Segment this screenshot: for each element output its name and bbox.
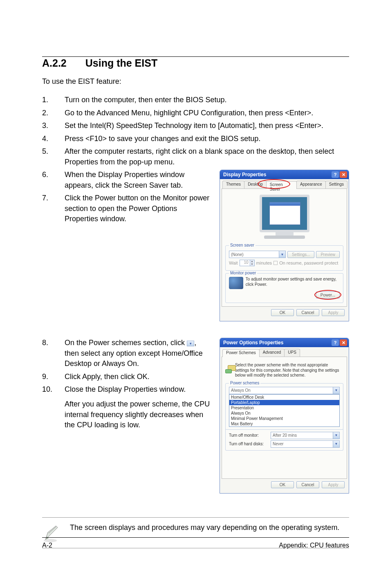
footer-label: Appendix: CPU features — [279, 542, 349, 549]
scheme-option[interactable]: Always On — [229, 411, 339, 416]
step-7: 7. Click the Power button on the Monitor… — [42, 193, 212, 224]
step-number: 8. — [42, 338, 65, 369]
step-number: 2. — [42, 108, 65, 119]
step-1: 1. Turn on the computer, then enter the … — [42, 95, 349, 105]
step-number: 4. — [42, 134, 65, 144]
turn-off-monitor-label: Turn off monitor: — [229, 433, 268, 438]
chevron-down-icon: ▼ — [333, 432, 339, 439]
energy-star-icon — [229, 277, 243, 289]
step-4: 4. Press <F10> to save your changes and … — [42, 134, 349, 144]
resume-checkbox[interactable] — [273, 261, 278, 265]
settings-button[interactable]: Settings... — [287, 251, 314, 258]
cancel-button[interactable]: Cancel — [296, 481, 319, 488]
apply-button[interactable]: Apply — [322, 481, 345, 488]
intro-text: To use the EIST feature: — [42, 77, 349, 86]
scheme-option[interactable]: Max Battery — [229, 421, 339, 426]
scheme-option-selected[interactable]: Portable/Laptop — [229, 400, 339, 405]
tab-advanced[interactable]: Advanced — [259, 349, 285, 357]
tab-power-schemes[interactable]: Power Schemes — [222, 349, 260, 357]
ok-button[interactable]: OK — [271, 309, 294, 316]
step-number: 9. — [42, 372, 65, 382]
chevron-down-icon: ▼ — [279, 251, 285, 258]
step-3: 3. Set the Intel(R) SpeedStep Technology… — [42, 121, 349, 131]
heading-title: Using the EIST — [85, 57, 157, 69]
page-footer: A-2 Appendix: CPU features — [42, 537, 349, 549]
apply-button[interactable]: Apply — [322, 309, 345, 316]
tab-desktop[interactable]: Desktop — [244, 181, 267, 189]
step-text: Close the Display Properties window. Aft… — [65, 384, 212, 430]
heading-number: A.2.2 — [42, 57, 67, 69]
step-number: 1. — [42, 95, 65, 105]
turn-off-monitor-select[interactable]: After 20 mins ▼ — [271, 432, 340, 439]
turn-off-disks-value: Never — [273, 442, 284, 446]
ok-button[interactable]: OK — [271, 481, 294, 488]
group-legend: Screen saver — [229, 243, 256, 247]
tab-ups[interactable]: UPS — [284, 349, 300, 357]
monitor-power-text: To adjust monitor power settings and sav… — [246, 277, 340, 287]
step-number: 7. — [42, 193, 65, 224]
step-9: 9. Click Apply, then click OK. — [42, 372, 212, 382]
wait-label: Wait — [229, 260, 238, 265]
wait-unit: minutes — [256, 260, 272, 265]
tab-settings[interactable]: Settings — [325, 181, 347, 189]
scheme-selected: Always On — [231, 388, 251, 393]
step-text: Turn on the computer, then enter the BIO… — [65, 95, 349, 105]
section-heading: A.2.2Using the EIST — [42, 57, 349, 69]
display-properties-window: Display Properties ? ✕ Themes Desktop Sc… — [220, 170, 349, 321]
power-button[interactable]: Power... — [316, 292, 340, 298]
step-8: 8. On the Power schemes section, click ▼… — [42, 338, 212, 369]
power-plug-icon — [227, 363, 232, 373]
step-text: Set the Intel(R) SpeedStep Technology it… — [65, 121, 349, 131]
step-2: 2. Go to the Advanced Menu, highlight CP… — [42, 108, 349, 119]
close-button[interactable]: ✕ — [340, 171, 347, 178]
step-afternote: After you adjust the power scheme, the C… — [65, 399, 212, 431]
step-number: 3. — [42, 121, 65, 131]
tab-themes[interactable]: Themes — [222, 181, 244, 189]
step-number: 5. — [42, 146, 65, 167]
screensaver-selected: (None) — [231, 252, 244, 257]
group-legend: Power schemes — [229, 381, 260, 385]
window-title: Power Options Properties — [223, 340, 283, 346]
power-scheme-select[interactable]: Always On ▼ — [229, 387, 340, 394]
power-options-window: Power Options Properties ? ✕ Power Schem… — [220, 338, 349, 494]
titlebar: Power Options Properties ? ✕ — [220, 338, 349, 347]
scheme-option[interactable]: Home/Office Desk — [229, 395, 339, 400]
turn-off-monitor-value: After 20 mins — [273, 433, 297, 438]
wait-value: 10 — [240, 260, 250, 266]
step-text: Click Apply, then click OK. — [65, 372, 212, 382]
page-number: A-2 — [42, 542, 52, 549]
help-button[interactable]: ? — [332, 171, 339, 178]
window-title: Display Properties — [223, 172, 266, 177]
chevron-down-icon: ▼ — [333, 441, 339, 447]
note-text: The screen displays and procedures may v… — [70, 523, 339, 533]
power-desc: Select the power scheme with the most ap… — [235, 363, 342, 378]
tab-screen-saver[interactable]: Screen Saver — [266, 181, 297, 189]
close-button[interactable]: ✕ — [340, 339, 347, 346]
step-text: Go to the Advanced Menu, highlight CPU C… — [65, 108, 349, 119]
chevron-down-icon: ▼ — [333, 387, 339, 394]
step-text: After the computer restarts, right click… — [65, 146, 349, 167]
step-text: On the Power schemes section, click ▼, t… — [65, 338, 212, 369]
turn-off-disks-select[interactable]: Never ▼ — [271, 440, 340, 448]
step-number: 10. — [42, 384, 65, 430]
monitor-power-group: Monitor power To adjust monitor power se… — [225, 273, 343, 303]
step-5: 5. After the computer restarts, right cl… — [42, 146, 349, 167]
step-text: Click the Power button on the Monitor po… — [65, 193, 212, 224]
wait-spinner[interactable]: 10 ▲▼ — [240, 260, 255, 266]
scheme-option[interactable]: Minimal Power Management — [229, 416, 339, 421]
step-text: Press <F10> to save your changes and exi… — [65, 134, 349, 144]
help-button[interactable]: ? — [332, 339, 339, 346]
settings-panel: Turn off monitor: After 20 mins ▼ Turn o… — [225, 429, 343, 451]
power-scheme-dropdown[interactable]: Home/Office Desk Portable/Laptop Present… — [229, 394, 340, 427]
group-legend: Monitor power — [229, 271, 257, 275]
resume-label: On resume, password protect — [279, 260, 338, 265]
tab-appearance[interactable]: Appearance — [296, 181, 326, 189]
step-text: When the Display Properties window appea… — [65, 170, 212, 191]
scheme-option[interactable]: Presentation — [229, 405, 339, 411]
step-10: 10. Close the Display Properties window.… — [42, 384, 212, 430]
step-number: 6. — [42, 170, 65, 191]
screensaver-select[interactable]: (None) ▼ — [229, 251, 286, 258]
turn-off-disks-label: Turn off hard disks: — [229, 442, 268, 446]
preview-button[interactable]: Preview — [316, 251, 340, 258]
cancel-button[interactable]: Cancel — [296, 309, 319, 316]
